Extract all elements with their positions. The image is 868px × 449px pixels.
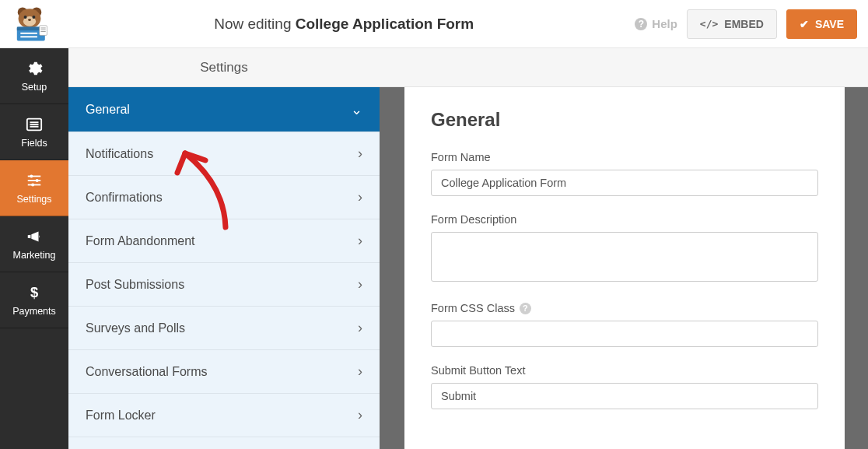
submit-button-text-label: Submit Button Text: [431, 364, 818, 377]
form-name-input[interactable]: [431, 170, 818, 196]
embed-button[interactable]: </> EMBED: [687, 9, 777, 39]
sidebar-item-settings[interactable]: Settings: [0, 160, 68, 216]
top-actions: ? Help </> EMBED ✔ SAVE: [635, 9, 857, 39]
submenu-item-conversational-forms[interactable]: Conversational Forms ›: [68, 350, 380, 394]
sliders-icon: [26, 172, 43, 189]
chevron-right-icon: ›: [358, 407, 362, 423]
help-button[interactable]: ? Help: [635, 17, 677, 30]
chevron-right-icon: ›: [358, 233, 362, 249]
svg-rect-10: [20, 36, 37, 37]
submenu-item-general[interactable]: General ⌄: [68, 87, 380, 132]
submenu-label: Form Abandonment: [86, 234, 195, 248]
content-column: General Form Name Form Description Form …: [380, 48, 868, 449]
sidebar-label: Setup: [22, 82, 47, 93]
sidebar-item-payments[interactable]: $ Payments: [0, 272, 68, 328]
sidebar-label: Fields: [21, 138, 47, 149]
submenu-label: Surveys and Polls: [86, 321, 185, 335]
chevron-right-icon: ›: [358, 320, 362, 336]
svg-rect-13: [40, 29, 45, 30]
submenu-label: Notifications: [86, 147, 153, 161]
form-description-input[interactable]: [431, 232, 818, 282]
submenu-item-surveys-polls[interactable]: Surveys and Polls ›: [68, 307, 380, 350]
sidebar-main: Setup Fields Settings Marketing $ Paymen…: [0, 48, 68, 449]
form-name-label: Form Name: [431, 151, 818, 163]
chevron-right-icon: ›: [358, 276, 362, 293]
megaphone-icon: [26, 228, 43, 245]
form-name-title: College Application Form: [296, 16, 474, 32]
sidebar-item-fields[interactable]: Fields: [0, 104, 68, 160]
svg-point-6: [28, 19, 31, 21]
svg-point-5: [32, 16, 35, 19]
svg-rect-12: [40, 27, 45, 28]
submenu-label: Confirmations: [86, 191, 163, 205]
content-header-strip: [380, 48, 868, 87]
settings-subcolumn: Settings General ⌄ Notifications › Confi…: [68, 48, 380, 449]
question-circle-icon[interactable]: ?: [520, 303, 531, 314]
save-label: SAVE: [815, 18, 844, 30]
submenu-item-form-abandonment[interactable]: Form Abandonment ›: [68, 219, 380, 263]
save-button[interactable]: ✔ SAVE: [786, 9, 857, 39]
sidebar-item-marketing[interactable]: Marketing: [0, 216, 68, 272]
field-form-css-class: Form CSS Class ?: [431, 302, 818, 347]
settings-subheader: Settings: [68, 48, 380, 87]
sidebar-label: Payments: [12, 306, 56, 317]
body-area: Setup Fields Settings Marketing $ Paymen…: [0, 48, 868, 449]
sidebar-label: Settings: [16, 194, 51, 205]
embed-label: EMBED: [724, 18, 764, 30]
form-description-label: Form Description: [431, 213, 818, 226]
svg-point-22: [30, 174, 33, 177]
form-css-class-label: Form CSS Class ?: [431, 302, 818, 314]
dollar-icon: $: [26, 284, 43, 301]
sidebar-item-setup[interactable]: Setup: [0, 48, 68, 104]
svg-rect-14: [40, 31, 45, 32]
svg-point-24: [31, 183, 34, 186]
svg-point-23: [36, 178, 39, 181]
submenu-item-post-submissions[interactable]: Post Submissions ›: [68, 263, 380, 307]
code-icon: </>: [700, 18, 718, 30]
submenu-item-confirmations[interactable]: Confirmations ›: [68, 176, 380, 219]
submenu-item-form-locker[interactable]: Form Locker ›: [68, 394, 380, 437]
chevron-right-icon: ›: [358, 146, 362, 162]
submenu-item-notifications[interactable]: Notifications ›: [68, 132, 380, 176]
sidebar-label: Marketing: [13, 250, 56, 261]
editing-prefix: Now editing: [214, 16, 291, 32]
chevron-right-icon: ›: [358, 363, 362, 380]
chevron-right-icon: ›: [358, 189, 362, 205]
topbar: Now editing College Application Form ? H…: [0, 0, 868, 48]
svg-point-4: [24, 16, 27, 19]
submenu-label: Post Submissions: [86, 278, 184, 292]
submenu-label: General: [86, 103, 130, 117]
field-form-description: Form Description: [431, 213, 818, 285]
list-icon: [26, 116, 43, 133]
submit-button-text-input[interactable]: [431, 383, 818, 409]
panel-title: General: [431, 109, 818, 131]
field-submit-button-text: Submit Button Text: [431, 364, 818, 409]
general-settings-panel: General Form Name Form Description Form …: [404, 87, 845, 449]
chevron-down-icon: ⌄: [351, 101, 362, 118]
field-form-name: Form Name: [431, 151, 818, 196]
svg-rect-11: [40, 25, 47, 35]
svg-rect-9: [20, 32, 37, 33]
svg-text:$: $: [30, 284, 38, 300]
help-label: Help: [652, 17, 677, 30]
question-circle-icon: ?: [635, 18, 647, 30]
submenu-label: Conversational Forms: [86, 365, 208, 379]
check-icon: ✔: [800, 18, 809, 30]
form-css-class-label-text: Form CSS Class: [431, 302, 515, 314]
page-title: Now editing College Application Form: [53, 16, 635, 33]
submenu-label: Form Locker: [86, 409, 156, 423]
app-logo: [6, 5, 53, 43]
form-css-class-input[interactable]: [431, 321, 818, 347]
gear-icon: [26, 60, 43, 77]
settings-submenu: General ⌄ Notifications › Confirmations …: [68, 87, 380, 449]
